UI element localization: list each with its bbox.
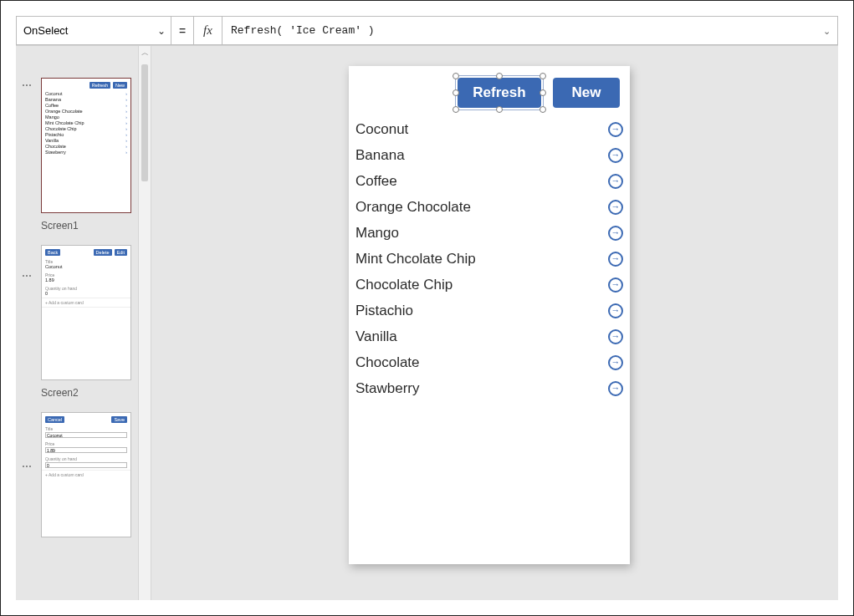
flavor-label: Orange Chocolate (355, 199, 471, 216)
arrow-right-icon[interactable]: → (608, 252, 623, 267)
resize-handle[interactable] (453, 106, 459, 113)
property-dropdown-value: OnSelect (23, 24, 68, 37)
mini-list-item: Coffee› (45, 102, 127, 108)
list-item[interactable]: Chocolate Chip→ (355, 272, 623, 298)
flavor-label: Mango (355, 225, 399, 242)
arrow-right-icon[interactable]: → (608, 122, 623, 137)
arrow-right-icon[interactable]: → (608, 355, 623, 370)
mini-cancel-button: Cancel (45, 416, 64, 423)
list-item[interactable]: Mango→ (355, 220, 623, 246)
thumb-menu-icon[interactable]: ⋯ (19, 79, 34, 91)
resize-handle[interactable] (453, 89, 459, 96)
list-item[interactable]: Pistachio→ (355, 298, 623, 323)
resize-handle[interactable] (453, 73, 459, 79)
work-area: ⋯ Refresh New Coconut›Banana›Coffee›Oran… (16, 46, 838, 600)
mini-refresh-button: Refresh (89, 82, 110, 89)
flavor-label: Coconut (355, 121, 408, 138)
mini-list-item: Coconut› (45, 90, 127, 96)
screen-thumbnail-panel: ⋯ Refresh New Coconut›Banana›Coffee›Oran… (16, 46, 138, 600)
list-item[interactable]: Vanilla→ (355, 323, 623, 349)
mini-list-item: Banana› (45, 96, 127, 102)
mini-new-button: New (113, 82, 127, 89)
arrow-right-icon[interactable]: → (608, 303, 623, 318)
flavor-label: Chocolate (355, 354, 420, 371)
refresh-button[interactable]: Refresh (458, 78, 541, 108)
property-dropdown[interactable]: OnSelect ⌄ (16, 16, 171, 45)
resize-handle[interactable] (496, 73, 503, 79)
arrow-right-icon[interactable]: → (608, 148, 623, 163)
flavor-label: Chocolate Chip (355, 277, 453, 293)
flavor-label: Coffee (355, 173, 397, 190)
design-canvas[interactable]: Refresh (151, 46, 838, 600)
chevron-down-icon: ⌄ (157, 25, 166, 37)
list-item[interactable]: Banana→ (355, 142, 623, 168)
scroll-up-icon[interactable]: ︿ (139, 48, 151, 59)
thumbnail-scrollbar[interactable]: ︿ (138, 46, 151, 600)
editor-shell: OnSelect ⌄ = fx Refresh( 'Ice Cream' ) ⌄… (16, 16, 838, 600)
formula-input[interactable]: Refresh( 'Ice Cream' ) ⌄ (222, 16, 838, 45)
formula-text: Refresh( 'Ice Cream' ) (231, 24, 375, 37)
thumb-screen2[interactable]: Back Delete Edit Title Coconut Price 1.8… (41, 245, 131, 380)
resize-handle[interactable] (540, 73, 546, 79)
mini-list-item: Pistachio› (45, 131, 127, 137)
resize-handle[interactable] (540, 106, 546, 113)
formula-bar: OnSelect ⌄ = fx Refresh( 'Ice Cream' ) ⌄ (16, 16, 838, 46)
flavor-gallery[interactable]: Coconut→Banana→Coffee→Orange Chocolate→M… (349, 115, 630, 401)
app-preview: Refresh (349, 66, 630, 564)
thumb-screen1-label: Screen1 (41, 220, 138, 232)
thumb-screen3[interactable]: Cancel Save Title Coconut Price 1.89 Qua… (41, 412, 131, 537)
flavor-label: Stawberry (355, 380, 420, 397)
list-item[interactable]: Mint Chcolate Chip→ (355, 246, 623, 272)
new-button[interactable]: New (553, 78, 620, 108)
app-frame: OnSelect ⌄ = fx Refresh( 'Ice Cream' ) ⌄… (0, 0, 854, 616)
arrow-right-icon[interactable]: → (608, 174, 623, 189)
flavor-label: Pistachio (355, 303, 413, 319)
list-item[interactable]: Chocolate→ (355, 349, 623, 375)
mini-list-item: Chocolate Chip› (45, 125, 127, 131)
mini-list-item: Mint Chcolate Chip› (45, 120, 127, 125)
equals-indicator: = (171, 16, 193, 45)
mini-list-item: Stawberry› (45, 149, 127, 155)
thumb-menu-icon[interactable]: ⋯ (19, 461, 34, 472)
mini-list-item: Chocolate› (45, 143, 127, 149)
chevron-down-icon[interactable]: ⌄ (823, 25, 831, 36)
thumb-menu-icon[interactable]: ⋯ (19, 270, 34, 282)
list-item[interactable]: Orange Chocolate→ (355, 194, 623, 220)
arrow-right-icon[interactable]: → (608, 277, 623, 293)
list-item[interactable]: Coconut→ (355, 116, 623, 142)
mini-save-button: Save (111, 416, 127, 423)
thumb-screen2-label: Screen2 (41, 387, 138, 399)
arrow-right-icon[interactable]: → (608, 329, 623, 344)
mini-delete-button: Delete (94, 249, 112, 256)
arrow-right-icon[interactable]: → (608, 226, 623, 241)
arrow-right-icon[interactable]: → (608, 381, 623, 396)
flavor-label: Banana (355, 147, 405, 164)
mini-list-item: Vanilla› (45, 137, 127, 143)
flavor-label: Mint Chcolate Chip (355, 251, 476, 267)
mini-back-button: Back (45, 249, 60, 256)
fx-icon[interactable]: fx (193, 16, 222, 45)
list-item[interactable]: Coffee→ (355, 168, 623, 194)
mini-list-item: Mango› (45, 114, 127, 120)
mini-edit-button: Edit (115, 249, 127, 256)
arrow-right-icon[interactable]: → (608, 200, 623, 215)
scrollbar-thumb[interactable] (141, 64, 148, 181)
mini-list-item: Orange Chocolate› (45, 108, 127, 114)
resize-handle[interactable] (496, 106, 503, 113)
flavor-label: Vanilla (355, 328, 397, 345)
resize-handle[interactable] (540, 89, 546, 96)
thumb-screen1[interactable]: Refresh New Coconut›Banana›Coffee›Orange… (41, 78, 131, 213)
list-item[interactable]: Stawberry→ (355, 375, 623, 401)
